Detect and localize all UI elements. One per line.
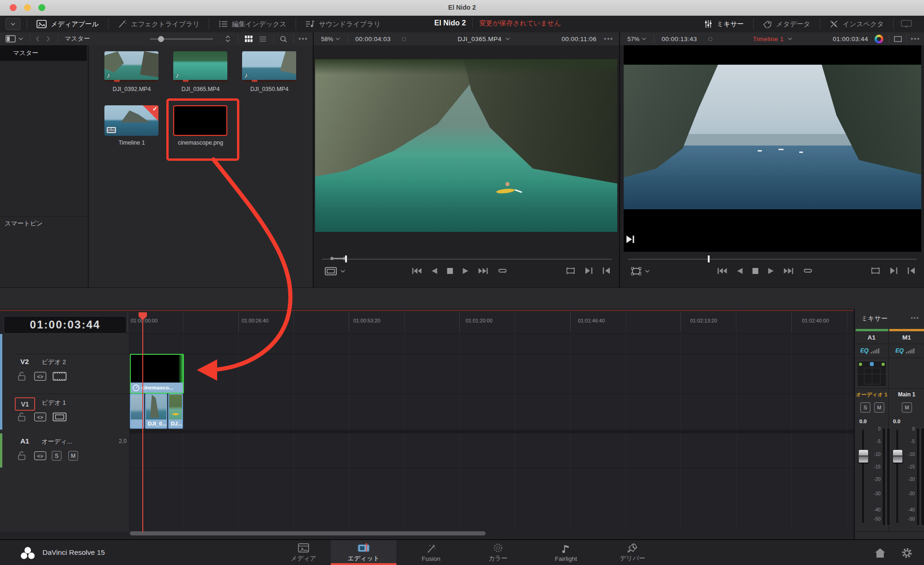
track-v1-name[interactable]: ビデオ 1 — [42, 399, 66, 407]
go-to-first-frame-button[interactable] — [412, 267, 421, 274]
timeline-scrubber-playhead[interactable] — [708, 255, 710, 262]
chevron-down-icon[interactable] — [645, 270, 650, 273]
ui-layout-preset-button[interactable] — [6, 18, 20, 30]
forward-arrow-icon[interactable] — [46, 36, 50, 42]
source-scrubber-track[interactable] — [322, 259, 612, 260]
stop-button[interactable] — [753, 268, 759, 274]
transform-crop-icon[interactable] — [631, 267, 641, 275]
sort-order-icon[interactable] — [225, 36, 231, 42]
channel-m1-level-value[interactable]: 0.0 — [893, 419, 900, 424]
media-clip-dji0350[interactable]: ♪ — [242, 51, 296, 82]
sound-library-toggle[interactable]: サウンドライブラリ — [296, 16, 390, 32]
back-arrow-icon[interactable] — [36, 36, 40, 42]
channel-m1-fader-track[interactable] — [896, 430, 898, 523]
track-a1-auto-select[interactable]: <> — [34, 451, 46, 460]
clip-cinemascope-v2[interactable]: cinemasco... — [130, 354, 184, 394]
bin-master[interactable]: マスター — [0, 45, 87, 61]
track-v1-destination-badge[interactable]: V1 — [15, 397, 35, 411]
source-clip-name[interactable]: DJI_0365.MP4 — [458, 36, 502, 43]
timeline-playhead-handle[interactable] — [139, 312, 147, 320]
chevron-down-icon[interactable] — [788, 37, 792, 41]
loop-playback-button[interactable] — [803, 267, 813, 274]
jump-to-playhead-icon[interactable] — [626, 236, 635, 243]
track-v2-auto-select[interactable]: <> — [34, 372, 46, 381]
grid-view-icon[interactable] — [245, 36, 253, 43]
mixer-toggle[interactable]: ミキサー — [695, 16, 753, 32]
timeline-zoom-level[interactable]: 57% — [627, 36, 639, 43]
in-out-range-button[interactable] — [565, 267, 576, 274]
clip-v1-2[interactable]: DJI_0... — [145, 394, 167, 429]
timeline-scrubber-track[interactable] — [628, 259, 917, 260]
track-v1-auto-select[interactable]: <> — [34, 413, 46, 421]
track-a1-solo-button[interactable]: S — [52, 451, 61, 461]
media-clip-dji0365[interactable]: ♪ — [173, 51, 227, 82]
channel-m1-eq[interactable]: EQ — [895, 347, 914, 354]
play-reverse-button[interactable] — [737, 267, 743, 274]
channel-a1-fader-knob[interactable] — [858, 450, 869, 463]
page-tab-color[interactable]: カラー — [470, 540, 526, 565]
channel-a1-name[interactable]: オーディオ 1 — [855, 391, 888, 398]
source-duration-timecode[interactable]: 00:00:11:06 — [561, 36, 596, 43]
source-in-timecode[interactable]: 00:00:04:03 — [355, 36, 391, 43]
track-v2-id[interactable]: V2 — [20, 358, 29, 365]
channel-m1-mute-button[interactable]: M — [902, 402, 912, 413]
timeline-current-timecode[interactable]: 01:00:03:44 — [4, 316, 127, 334]
timeline-duration-timecode[interactable]: 00:00:13:43 — [662, 36, 697, 43]
timeline-playhead-timecode[interactable]: 01:00:03:44 — [833, 36, 868, 43]
match-frame-back-icon[interactable] — [602, 267, 610, 274]
thumbnail-size-slider-knob[interactable] — [158, 36, 164, 42]
loop-playback-button[interactable] — [498, 267, 507, 274]
source-zoom-level[interactable]: 58% — [321, 36, 333, 43]
bin-list-view-icon[interactable] — [6, 35, 16, 43]
channel-a1-mute-button[interactable]: M — [874, 402, 884, 413]
match-frame-forward-icon[interactable] — [585, 267, 593, 274]
active-timeline-name[interactable]: Timeline 1 — [753, 36, 784, 43]
source-scrubber-playhead[interactable] — [345, 255, 347, 262]
channel-a1-level-value[interactable]: 0.0 — [859, 419, 867, 424]
mixer-options-menu[interactable]: ••• — [911, 315, 919, 321]
source-in-out-range[interactable] — [330, 257, 346, 261]
page-tab-edit[interactable]: エディット — [336, 540, 391, 565]
page-tab-deliver[interactable]: デリバー — [605, 540, 660, 565]
project-manager-home-icon[interactable] — [875, 548, 886, 558]
go-to-last-frame-button[interactable] — [784, 267, 794, 274]
track-a1-mute-button[interactable]: M — [68, 451, 78, 461]
channel-a1-pan-pad[interactable] — [857, 361, 887, 387]
chevron-down-icon[interactable] — [18, 37, 23, 41]
track-a1-name[interactable]: オーディ... — [42, 437, 72, 446]
smart-bins-section[interactable]: スマートビン — [0, 216, 87, 230]
chevron-down-icon[interactable] — [340, 270, 345, 273]
track-a1-id[interactable]: A1 — [20, 437, 29, 445]
chevron-down-icon[interactable] — [642, 37, 646, 41]
dual-viewer-mode-icon[interactable] — [894, 36, 902, 42]
media-pool-options-menu[interactable]: ••• — [298, 35, 308, 43]
chevron-down-icon[interactable] — [505, 37, 510, 41]
track-v2-lock-icon[interactable] — [18, 371, 26, 381]
timeline-viewer-options-menu[interactable]: ••• — [911, 35, 920, 43]
track-v1-enable-icon[interactable] — [53, 413, 67, 421]
channel-a1-eq[interactable]: EQ — [860, 347, 879, 354]
track-v2-enable-icon[interactable] — [53, 372, 67, 381]
page-tab-fusion[interactable]: Fusion — [403, 540, 459, 565]
project-settings-gear-icon[interactable] — [901, 547, 912, 559]
chevron-down-icon[interactable] — [335, 37, 340, 41]
play-button[interactable] — [462, 267, 468, 274]
track-a1-lock-icon[interactable] — [18, 451, 26, 460]
search-icon[interactable] — [280, 36, 287, 43]
media-pool-toggle[interactable]: メディアプール — [27, 16, 108, 32]
page-tab-fairlight[interactable]: Fairlight — [538, 540, 594, 565]
list-view-icon[interactable] — [259, 36, 267, 42]
thumbnail-size-slider[interactable] — [150, 38, 213, 40]
channel-m1-fader-knob[interactable] — [893, 450, 903, 463]
stop-button[interactable] — [447, 268, 453, 274]
source-viewer-video[interactable] — [315, 59, 617, 232]
effects-library-toggle[interactable]: エフェクトライブラリ — [109, 16, 209, 32]
channel-m1-name[interactable]: Main 1 — [889, 391, 924, 398]
inspector-toggle[interactable]: インスペクタ — [820, 16, 893, 32]
source-viewer-options-menu[interactable]: ••• — [604, 35, 614, 43]
metadata-toggle[interactable]: メタデータ — [754, 16, 820, 32]
clip-v1-3[interactable]: DJ... — [168, 394, 183, 429]
channel-a1-solo-button[interactable]: S — [860, 402, 870, 413]
page-tab-media[interactable]: メディア — [276, 540, 331, 565]
edit-index-toggle[interactable]: 編集インデックス — [209, 16, 296, 32]
